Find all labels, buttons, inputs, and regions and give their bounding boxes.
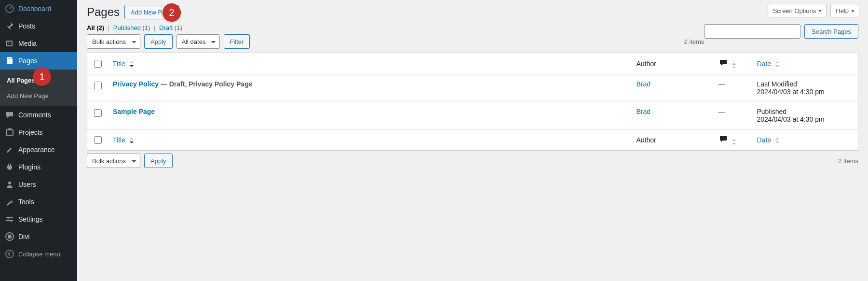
svg-rect-4 (8, 58, 13, 64)
svg-point-12 (6, 250, 14, 258)
sidebar-item-label: Dashboard (18, 5, 52, 13)
pages-icon (5, 56, 14, 66)
sidebar-item-label: Media (18, 40, 37, 47)
sidebar-item-posts[interactable]: Posts (0, 17, 77, 35)
sidebar-item-label: Pages (18, 57, 38, 65)
sidebar-item-label: Appearance (18, 146, 55, 154)
collapse-menu[interactable]: Collapse menu (0, 245, 77, 263)
submenu-add-new-page[interactable]: Add New Page (0, 88, 77, 103)
author-link[interactable]: Brad (637, 108, 651, 115)
svg-point-10 (10, 220, 12, 222)
comments-count: — (719, 108, 725, 115)
sidebar-item-settings[interactable]: Settings (0, 211, 77, 228)
sidebar-item-projects[interactable]: Projects (0, 124, 77, 141)
users-icon (5, 180, 14, 189)
appearance-icon (5, 145, 14, 155)
sidebar-item-users[interactable]: Users (0, 176, 77, 193)
sidebar-item-media[interactable]: Media (0, 35, 77, 52)
row-title-link[interactable]: Privacy Policy (113, 80, 159, 88)
row-title-link[interactable]: Sample Page (113, 108, 155, 115)
sort-indicator-icon (775, 61, 780, 67)
date-filter-select[interactable]: All dates (176, 34, 220, 49)
sidebar-item-divi[interactable]: Divi (0, 228, 77, 245)
dashboard-icon (5, 4, 14, 14)
sidebar-item-pages[interactable]: Pages (0, 52, 77, 70)
sort-indicator-icon (775, 138, 780, 143)
sidebar-item-appearance[interactable]: Appearance (0, 141, 77, 158)
author-link[interactable]: Brad (637, 80, 651, 88)
plugins-icon (5, 162, 14, 172)
view-all[interactable]: All (2) (87, 24, 104, 31)
bulk-apply-top[interactable]: Apply (144, 34, 173, 49)
col-author: Author (632, 53, 714, 74)
svg-rect-5 (6, 130, 13, 135)
admin-sidebar: Dashboard Posts Media Pages All Pages Ad… (0, 0, 77, 281)
sort-indicator-icon (129, 138, 134, 143)
collapse-label: Collapse menu (18, 251, 60, 258)
sort-indicator-icon (732, 63, 736, 69)
select-all-bottom[interactable] (94, 136, 102, 144)
sidebar-submenu-pages: All Pages Add New Page (0, 70, 77, 106)
row-checkbox[interactable] (94, 82, 102, 89)
submenu-item-label: All Pages (7, 77, 35, 84)
page-title: Pages (87, 5, 120, 19)
add-new-page-button[interactable]: Add New Page (124, 5, 179, 19)
sidebar-item-label: Plugins (18, 163, 41, 171)
sidebar-item-label: Posts (18, 22, 35, 30)
sidebar-item-comments[interactable]: Comments (0, 106, 77, 124)
date-stamp: 2024/04/03 at 4:30 pm (757, 115, 854, 123)
submenu-item-label: Add New Page (7, 92, 49, 99)
sidebar-item-plugins[interactable]: Plugins (0, 158, 77, 176)
sidebar-item-label: Tools (18, 198, 34, 206)
bulk-apply-bottom[interactable]: Apply (144, 154, 173, 168)
table-row: Sample Page Brad — Published 2024/04/03 … (87, 102, 858, 129)
comments-count: — (719, 80, 725, 88)
date-status: Last Modified (757, 80, 854, 88)
search-pages-button[interactable]: Search Pages (804, 24, 858, 39)
bulk-actions-select-bottom[interactable]: Bulk actions (87, 154, 140, 168)
col-comments-foot[interactable] (714, 129, 752, 151)
date-stamp: 2024/04/03 at 4:30 pm (757, 88, 854, 96)
col-comments[interactable] (714, 53, 752, 74)
col-date[interactable]: Date (752, 53, 858, 74)
view-draft[interactable]: Draft (159, 24, 173, 31)
items-count-top: 2 items (684, 38, 704, 45)
submenu-all-pages[interactable]: All Pages (0, 72, 77, 88)
sidebar-item-dashboard[interactable]: Dashboard (0, 0, 77, 17)
table-row: Privacy Policy — Draft, Privacy Policy P… (87, 74, 858, 102)
sidebar-item-label: Divi (18, 233, 29, 240)
post-state: — Draft, Privacy Policy Page (159, 80, 253, 88)
svg-point-6 (8, 182, 11, 184)
date-status: Published (757, 108, 854, 115)
sort-indicator-icon (129, 61, 134, 67)
svg-rect-1 (6, 41, 12, 46)
bulk-actions-select-top[interactable]: Bulk actions (87, 34, 140, 49)
comments-icon (5, 110, 14, 120)
view-filters: All (2) | Published (1) | Draft (1) Sear… (87, 24, 858, 31)
col-author-foot: Author (632, 129, 714, 151)
comment-icon (719, 61, 728, 69)
media-icon (5, 39, 14, 48)
content-area: Screen Options Help Pages Add New Page A… (77, 0, 868, 281)
items-count-bottom: 2 items (838, 157, 858, 165)
col-date-foot[interactable]: Date (752, 129, 858, 151)
col-title[interactable]: Title (108, 53, 632, 74)
select-all-top[interactable] (94, 60, 102, 68)
sidebar-item-label: Users (18, 181, 36, 188)
search-pages-input[interactable] (704, 24, 800, 39)
tools-icon (5, 197, 14, 207)
sidebar-item-label: Settings (18, 215, 43, 223)
pages-table: Title Author Date Privacy Policy — Draft… (87, 53, 858, 151)
projects-icon (5, 127, 14, 137)
sidebar-item-label: Projects (18, 128, 43, 136)
row-checkbox[interactable] (94, 109, 102, 117)
col-title-foot[interactable]: Title (108, 129, 632, 151)
sort-indicator-icon (732, 139, 736, 145)
sidebar-item-label: Comments (18, 111, 51, 119)
view-published[interactable]: Published (113, 24, 141, 31)
svg-point-9 (7, 217, 9, 219)
svg-point-2 (8, 42, 9, 43)
sidebar-item-tools[interactable]: Tools (0, 193, 77, 211)
filter-button[interactable]: Filter (224, 34, 250, 49)
pin-icon (5, 21, 14, 31)
